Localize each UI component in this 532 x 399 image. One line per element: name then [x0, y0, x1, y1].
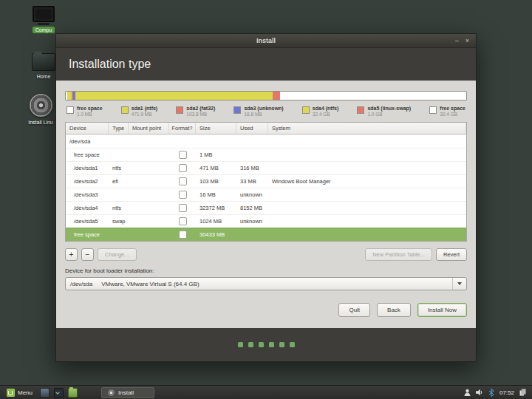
- cell-used: unknown: [236, 191, 268, 198]
- computer-icon: [33, 6, 55, 24]
- legend-swatch: [302, 106, 310, 114]
- bootloader-device: /dev/sda: [70, 281, 92, 287]
- nav-buttons: Quit Back Install Now: [65, 303, 467, 317]
- legend-size: 1.0 GB: [367, 112, 411, 117]
- user-icon[interactable]: [464, 389, 471, 396]
- table-header: Device Type Mount point Format? Size Use…: [66, 123, 466, 134]
- legend-label: sda4 (ntfs): [313, 106, 338, 111]
- install-task-icon: [108, 389, 115, 396]
- cell-device: /dev/sda4: [66, 205, 109, 211]
- legend-label: sda3 (unknown): [244, 106, 283, 111]
- cell-used: unknown: [236, 218, 268, 225]
- progress-dot: [269, 342, 274, 347]
- progress-dot: [238, 342, 243, 347]
- cell-device: /dev/sda2: [66, 178, 109, 185]
- task-label: Install: [118, 389, 134, 396]
- cell-format: [169, 204, 196, 212]
- format-checkbox[interactable]: [179, 177, 187, 185]
- close-button[interactable]: ×: [466, 34, 469, 47]
- cell-format: [169, 164, 196, 172]
- quit-button[interactable]: Quit: [338, 303, 370, 317]
- table-row-dev-sda[interactable]: /dev/sda: [66, 134, 466, 148]
- column-format: Format?: [169, 123, 196, 134]
- column-size: Size: [196, 123, 236, 134]
- bootloader-label: Device for boot loader installation:: [65, 267, 467, 274]
- cell-size: 471 MB: [196, 165, 236, 171]
- menu-button[interactable]: Menu: [4, 387, 35, 398]
- progress-dot: [290, 342, 295, 347]
- back-button[interactable]: Back: [377, 303, 411, 317]
- bootloader-device-select[interactable]: /dev/sda VMware, VMware Virtual S (64.4 …: [65, 277, 467, 290]
- partition-actions: + − Change... New Partition Table... Rev…: [65, 248, 467, 261]
- files-icon[interactable]: [68, 388, 78, 398]
- bootloader-description: VMware, VMware Virtual S (64.4 GB): [101, 281, 199, 287]
- cell-used: 316 MB: [236, 165, 268, 171]
- legend-label: free space: [77, 106, 103, 111]
- partition-legend: free space 1.0 MB sda1 (ntfs) 471.9 MB s…: [65, 106, 467, 117]
- minimize-button[interactable]: –: [455, 34, 459, 47]
- format-checkbox[interactable]: [179, 191, 187, 199]
- install-window: Install – × Installation type free space…: [55, 33, 477, 362]
- progress-dot: [248, 342, 253, 347]
- cell-size: 30433 MB: [196, 231, 236, 238]
- legend-swatch: [429, 106, 437, 114]
- table-row-sda1[interactable]: /dev/sda1 ntfs 471 MB 316 MB: [66, 161, 466, 174]
- window-content: free space 1.0 MB sda1 (ntfs) 471.9 MB s…: [56, 81, 476, 328]
- table-row-sda3[interactable]: /dev/sda3 16 MB unknown: [66, 188, 466, 201]
- cell-format: [169, 151, 196, 159]
- cell-size: 16 MB: [196, 191, 236, 198]
- taskbar-task-install[interactable]: Install: [101, 387, 154, 398]
- table-row-free-space-2-selected[interactable]: free space 30433 MB: [66, 228, 466, 241]
- table-row-sda5[interactable]: /dev/sda5 swap 1024 MB unknown: [66, 214, 466, 228]
- table-row-free-space-1[interactable]: free space 1 MB: [66, 148, 466, 161]
- legend-label: sda2 (fat32): [186, 106, 215, 111]
- legend-size: 103.8 MB: [186, 112, 215, 117]
- legend-size: 1.0 MB: [77, 112, 103, 117]
- cell-format: [169, 177, 196, 185]
- files-tray-icon[interactable]: [519, 389, 526, 396]
- cell-type: efi: [109, 178, 129, 185]
- table-row-sda2[interactable]: /dev/sda2 efi 103 MB 33 MB Windows Boot …: [66, 174, 466, 188]
- taskbar: Menu Install 07:52: [0, 385, 532, 399]
- format-checkbox[interactable]: [179, 204, 187, 212]
- format-checkbox[interactable]: [179, 217, 187, 225]
- cell-used: 8152 MB: [236, 205, 268, 211]
- desktop-icon-label: Home: [34, 73, 54, 80]
- cell-format: [169, 231, 196, 239]
- legend-item: sda1 (ntfs) 471.9 MB: [121, 106, 157, 117]
- new-partition-table-button[interactable]: New Partition Table...: [365, 248, 432, 261]
- legend-swatch: [66, 106, 74, 114]
- revert-button[interactable]: Revert: [436, 248, 467, 261]
- show-desktop-icon[interactable]: [40, 388, 50, 398]
- window-titlebar[interactable]: Install – ×: [56, 34, 476, 48]
- mint-logo-icon: [7, 389, 15, 397]
- remove-partition-button[interactable]: −: [81, 248, 94, 261]
- bluetooth-icon[interactable]: [488, 389, 494, 397]
- format-checkbox[interactable]: [179, 151, 187, 159]
- volume-icon[interactable]: [476, 389, 483, 396]
- cell-used: 33 MB: [236, 178, 268, 185]
- system-tray: 07:52: [464, 389, 528, 397]
- cell-device: /dev/sda1: [66, 165, 109, 171]
- cell-type: swap: [109, 218, 129, 225]
- table-row-sda4[interactable]: /dev/sda4 ntfs 32372 MB 8152 MB: [66, 201, 466, 214]
- cell-device: free space: [66, 231, 109, 238]
- terminal-icon[interactable]: [54, 388, 64, 398]
- install-now-button[interactable]: Install Now: [417, 303, 467, 317]
- clock[interactable]: 07:52: [499, 389, 514, 396]
- cell-device: free space: [66, 151, 109, 158]
- chevron-down-icon: [457, 282, 462, 285]
- cell-size: 1 MB: [196, 151, 236, 158]
- cell-system: Windows Boot Manager: [268, 178, 466, 185]
- cell-device: /dev/sda: [66, 138, 109, 145]
- format-checkbox[interactable]: [179, 164, 187, 172]
- cell-device: /dev/sda3: [66, 191, 109, 198]
- change-partition-button[interactable]: Change...: [98, 248, 137, 261]
- legend-label: sda1 (ntfs): [132, 106, 157, 111]
- desktop-icon-computer[interactable]: Compu: [22, 6, 65, 33]
- legend-size: 32.4 GB: [313, 112, 338, 117]
- format-checkbox[interactable]: [179, 231, 187, 239]
- cell-size: 32372 MB: [196, 205, 236, 211]
- add-partition-button[interactable]: +: [65, 248, 78, 261]
- cell-type: ntfs: [109, 165, 129, 171]
